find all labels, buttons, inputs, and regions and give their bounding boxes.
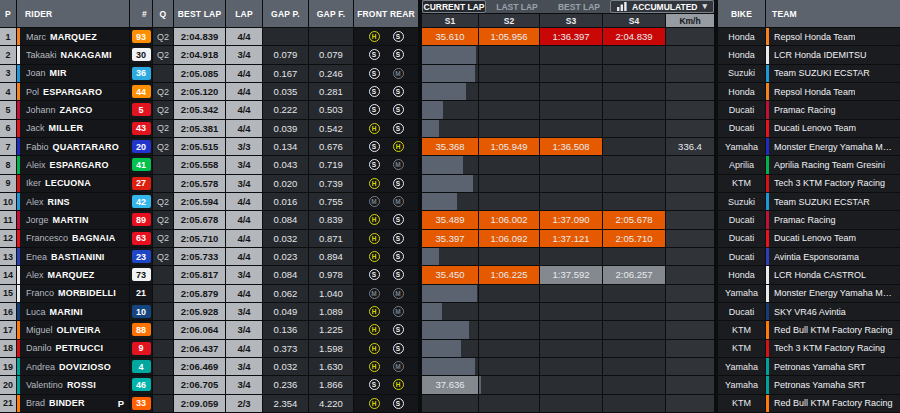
- team-name: Red Bull KTM Factory Racing: [774, 398, 893, 408]
- rider-number-cell: 9: [130, 340, 152, 357]
- sector2-cell: [479, 321, 539, 338]
- table-row[interactable]: 6 Jack MILLER 43 Q2 2:05.381 4/4 0.039 0…: [0, 120, 900, 137]
- separator: [419, 156, 421, 173]
- q-session-cell: [153, 285, 173, 302]
- separator: [715, 156, 717, 173]
- rider-last-name: MARTIN: [53, 215, 89, 225]
- rider-cell: Pol ESPARGARO: [17, 83, 129, 100]
- tab-best-lap[interactable]: BEST LAP: [548, 0, 610, 13]
- accumulated-dropdown[interactable]: ACCUMULATED ▾: [610, 0, 714, 13]
- table-row[interactable]: 9 Iker LECUONA 27 2:05.578 3/4 0.020 0.7…: [0, 175, 900, 192]
- team-color-stripe: [766, 46, 769, 63]
- rider-last-name: LECUONA: [45, 178, 91, 188]
- table-row[interactable]: 20 Valentino ROSSI 46 2:06.705 3/4 0.236…: [0, 376, 900, 393]
- rider-number-badge: 63: [132, 232, 151, 245]
- table-row[interactable]: 13 Enea BASTIANINI 23 Q2 2:05.733 4/4 0.…: [0, 248, 900, 265]
- header-sector-3: S3: [540, 14, 602, 27]
- best-lap-cell: 2:05.594: [174, 193, 225, 210]
- rider-number-badge: 27: [132, 177, 151, 190]
- header-position: P: [0, 0, 16, 27]
- position-cell: 6: [0, 120, 16, 137]
- sector3-cell: [540, 321, 602, 338]
- rear-tyre-icon: M: [393, 288, 404, 299]
- q-session-cell: Q2: [153, 211, 173, 228]
- table-row[interactable]: 17 Miguel OLIVEIRA 88 2:06.064 3/4 0.136…: [0, 321, 900, 338]
- gap-first-cell: 0.755: [309, 193, 353, 210]
- rider-first-name: Andrea: [26, 362, 55, 372]
- table-row[interactable]: 14 Alex MARQUEZ 73 2:05.817 3/4 0.084 0.…: [0, 266, 900, 283]
- table-row[interactable]: 18 Danilo PETRUCCI 9 2:06.437 4/4 0.373 …: [0, 340, 900, 357]
- tyres-cell: S H: [354, 138, 418, 155]
- tyres-cell: H S: [354, 340, 418, 357]
- table-row[interactable]: 3 Joan MIR 36 2:05.085 4/4 0.167 0.246 S…: [0, 65, 900, 82]
- team-color-stripe: [766, 211, 769, 228]
- sector-progress-bar: [422, 101, 443, 118]
- sector1-cell: 35.368: [422, 138, 478, 155]
- sector1-time: 37.636: [435, 379, 464, 390]
- table-row[interactable]: 19 Andrea DOVIZIOSO 4 2:06.469 3/4 0.032…: [0, 358, 900, 375]
- rider-first-name: Jack: [26, 123, 45, 133]
- table-row[interactable]: 7 Fabio QUARTARARO 20 Q2 2:05.515 3/3 0.…: [0, 138, 900, 155]
- sector1-cell: [422, 358, 478, 375]
- gap-prev-cell: 0.023: [263, 248, 308, 265]
- rear-tyre-icon: S: [393, 86, 404, 97]
- team-color-stripe: [17, 156, 20, 173]
- position-cell: 8: [0, 156, 16, 173]
- sector1-cell: [422, 340, 478, 357]
- tyres-cell: H S: [354, 248, 418, 265]
- table-row[interactable]: 11 Jorge MARTIN 89 Q2 2:05.678 4/4 0.084…: [0, 211, 900, 228]
- header-q: Q: [153, 0, 173, 27]
- sector3-cell: [540, 285, 602, 302]
- sector-progress-bar: [422, 340, 461, 357]
- rider-number-cell: 21: [130, 285, 152, 302]
- lap-count-cell: 4/4: [226, 230, 262, 247]
- rider-last-name: ZARCO: [60, 105, 93, 115]
- tab-current-lap[interactable]: CURRENT LAP: [422, 0, 486, 13]
- table-row[interactable]: 10 Alex RINS 42 Q2 2:05.594 4/4 0.016 0.…: [0, 193, 900, 210]
- separator: [715, 285, 717, 302]
- table-row[interactable]: 8 Aleix ESPARGARO 41 2:05.558 3/4 0.043 …: [0, 156, 900, 173]
- table-row[interactable]: 12 Francesco BAGNAIA 63 Q2 2:05.710 4/4 …: [0, 230, 900, 247]
- gap-prev-cell: 0.020: [263, 175, 308, 192]
- team-name: Team SUZUKI ECSTAR: [774, 68, 870, 78]
- sector1-cell: 37.636: [422, 376, 478, 393]
- header-sector-4: S4: [603, 14, 665, 27]
- rider-last-name: MARQUEZ: [50, 32, 97, 42]
- tab-last-lap[interactable]: LAST LAP: [486, 0, 548, 13]
- rider-number-badge: 30: [132, 48, 151, 61]
- tyres-cell: S S: [354, 46, 418, 63]
- rider-number-badge: 20: [132, 140, 151, 153]
- table-row[interactable]: 1 Marc MARQUEZ 93 Q2 2:04.839 4/4 H S 35…: [0, 28, 900, 45]
- rider-last-name: BINDER: [49, 398, 85, 408]
- sector3-cell: [540, 248, 602, 265]
- team-cell: Repsol Honda Team: [766, 83, 900, 100]
- sector-progress-bar: [422, 83, 466, 100]
- rider-number-cell: 27: [130, 175, 152, 192]
- speed-cell: [666, 340, 714, 357]
- separator: [419, 83, 421, 100]
- table-row[interactable]: 2 Takaaki NAKAGAMI 30 Q2 2:04.918 3/4 0.…: [0, 46, 900, 63]
- sector3-cell: [540, 156, 602, 173]
- rider-number-badge: 93: [132, 30, 151, 43]
- sector-progress-bar: [422, 156, 463, 173]
- sector4-cell: [603, 46, 665, 63]
- table-row[interactable]: 21 Brad BINDER P 33 2:09.059 2/3 2.354 4…: [0, 395, 900, 412]
- gap-first-cell: 1.040: [309, 285, 353, 302]
- sector3-cell: [540, 376, 602, 393]
- sector2-cell: [479, 101, 539, 118]
- lap-view-tabbar: CURRENT LAP LAST LAP BEST LAP ACCUMULATE…: [422, 0, 714, 13]
- best-lap-cell: 2:05.381: [174, 120, 225, 137]
- separator: [419, 138, 421, 155]
- bike-cell: Ducati: [718, 101, 765, 118]
- table-row[interactable]: 4 Pol ESPARGARO 44 Q2 2:05.120 4/4 0.035…: [0, 83, 900, 100]
- table-row[interactable]: 5 Johann ZARCO 5 Q2 2:05.342 4/4 0.222 0…: [0, 101, 900, 118]
- lap-count-cell: 4/4: [226, 101, 262, 118]
- best-lap-cell: 2:05.817: [174, 266, 225, 283]
- sector-progress-bar: [422, 285, 477, 302]
- header-speed: Km/h: [666, 14, 714, 27]
- bike-cell: Ducati: [718, 248, 765, 265]
- bike-cell: Honda: [718, 266, 765, 283]
- speed-cell: [666, 156, 714, 173]
- table-row[interactable]: 16 Luca MARINI 10 2:05.928 3/4 0.049 1.0…: [0, 303, 900, 320]
- table-row[interactable]: 15 Franco MORBIDELLI 21 2:05.879 4/4 0.0…: [0, 285, 900, 302]
